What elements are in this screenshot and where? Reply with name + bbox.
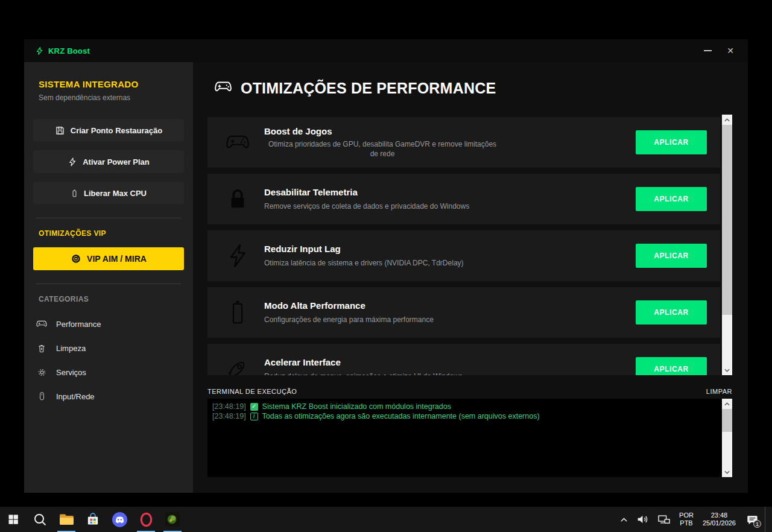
category-label: Limpeza [56, 344, 86, 353]
titlebar: KRZ Boost ✕ [24, 39, 748, 62]
minimize-button[interactable] [698, 42, 717, 60]
tray-chevron-up-icon[interactable] [617, 507, 631, 532]
main-panel: OTIMIZAÇÕES DE PERFORMANCE Boost de Jogo… [193, 62, 748, 493]
scroll-down-icon[interactable] [722, 365, 732, 375]
lock-icon [221, 186, 255, 212]
battery-icon [71, 188, 78, 199]
gamepad-icon [214, 79, 233, 97]
mouse-icon [35, 391, 48, 402]
volume-icon[interactable] [633, 507, 652, 532]
battery-icon [221, 299, 255, 326]
check-icon: ✓ [250, 403, 258, 411]
category-input-rede[interactable]: Input/Rede [24, 384, 193, 408]
sidebar-title: SISTEMA INTEGRADO [39, 79, 179, 89]
categories-list: PerformanceLimpezaServiçosInput/Rede [24, 312, 193, 408]
taskbar-icon-discord[interactable] [106, 507, 133, 532]
info-icon: i [250, 413, 258, 420]
divider [36, 283, 181, 284]
scrollbar-thumb[interactable] [722, 125, 732, 315]
terminal-title: TERMINAL DE EXECUÇÃO [207, 388, 297, 395]
taskbar-icon-file-explorer[interactable] [53, 507, 80, 532]
tray-date: 25/01/2026 [703, 519, 736, 527]
app-logo-bolt-icon [35, 46, 44, 55]
apply-button[interactable]: APLICAR [636, 187, 707, 211]
search-button[interactable] [27, 507, 53, 532]
taskbar: POR PTB 23:48 25/01/2026 1 [0, 507, 772, 532]
taskbar-icon-microsoft-store[interactable] [80, 507, 106, 532]
network-icon[interactable] [654, 507, 674, 532]
apply-button[interactable]: APLICAR [636, 130, 707, 154]
card-title: Reduzir Input Lag [264, 244, 636, 254]
sidebar-action-criar-ponto-restaura-o[interactable]: Criar Ponto Restauração [33, 119, 184, 142]
controller-icon [221, 131, 255, 153]
category-performance[interactable]: Performance [24, 312, 193, 336]
sidebar-subtitle: Sem dependências externas [39, 93, 179, 102]
log-timestamp: [23:48:19] [212, 411, 246, 421]
card-title: Boost de Jogos [264, 126, 636, 136]
scroll-up-icon[interactable] [722, 115, 732, 125]
notification-center-button[interactable]: 1 [742, 507, 762, 532]
apply-button[interactable]: APLICAR [636, 357, 707, 375]
optimization-card-reduzir-input-lag: Reduzir Input LagOtimiza latência de sis… [207, 230, 720, 281]
sidebar-action-label: Liberar Max CPU [84, 189, 147, 198]
sidebar-action-ativar-power-plan[interactable]: Ativar Power Plan [33, 150, 184, 173]
sidebar-actions: Criar Ponto RestauraçãoAtivar Power Plan… [24, 119, 193, 204]
tray-time: 23:48 [703, 511, 736, 519]
categories-section-label: CATEGORIAS [39, 295, 179, 303]
terminal-scrollbar[interactable] [722, 399, 732, 477]
vip-aim-mira-button[interactable]: VIP AIM / MIRA [33, 247, 184, 270]
taskbar-icon-opera-gx[interactable] [133, 507, 159, 532]
log-message: Sistema KRZ Boost inicializado com módul… [262, 402, 451, 411]
page-title: OTIMIZAÇÕES DE PERFORMANCE [214, 79, 496, 97]
scroll-up-icon[interactable] [722, 399, 732, 409]
taskbar-icon-krz-boost[interactable] [159, 507, 186, 532]
start-button[interactable] [0, 507, 27, 532]
category-label: Performance [56, 320, 101, 329]
apply-button[interactable]: APLICAR [636, 244, 707, 268]
app-window: KRZ Boost ✕ SISTEMA INTEGRADO Sem depend… [24, 39, 748, 493]
page-title-text: OTIMIZAÇÕES DE PERFORMANCE [241, 80, 496, 97]
close-button[interactable]: ✕ [721, 42, 739, 60]
rocket-icon [221, 356, 255, 375]
terminal-log: [23:48:19]✓Sistema KRZ Boost inicializad… [207, 399, 722, 477]
system-tray: POR PTB 23:48 25/01/2026 1 [617, 507, 772, 532]
show-desktop-button[interactable] [765, 507, 768, 532]
vip-section-label: OTIMIZAÇÕES VIP [39, 229, 179, 238]
card-description: Configurações de energia para máxima per… [264, 315, 434, 325]
bolt-icon [221, 242, 255, 269]
cards-scrollbar[interactable] [722, 115, 732, 375]
divider [36, 218, 181, 218]
category-label: Serviços [56, 368, 86, 377]
card-description: Otimiza prioridades de GPU, desabilita G… [264, 139, 501, 159]
clock[interactable]: 23:48 25/01/2026 [699, 511, 739, 527]
desktop: KRZ Boost ✕ SISTEMA INTEGRADO Sem depend… [0, 0, 772, 532]
card-description: Otimiza latência de sistema e drivers (N… [264, 258, 464, 268]
card-title: Desabilitar Telemetria [264, 187, 636, 197]
sidebar-action-liberar-max-cpu[interactable]: Liberar Max CPU [33, 182, 184, 204]
apply-button[interactable]: APLICAR [636, 300, 707, 325]
terminal: [23:48:19]✓Sistema KRZ Boost inicializad… [207, 399, 732, 477]
card-title: Modo Alta Performance [264, 300, 636, 311]
optimization-card-desabilitar-telemetria: Desabilitar TelemetriaRemove serviços de… [207, 174, 720, 224]
language-indicator[interactable]: POR PTB [676, 511, 697, 527]
terminal-clear-button[interactable]: LIMPAR [706, 388, 732, 395]
sidebar-action-label: Criar Ponto Restauração [71, 126, 162, 135]
card-title: Acelerar Interface [264, 357, 636, 367]
terminal-header: TERMINAL DE EXECUÇÃO LIMPAR [207, 388, 732, 395]
category-servi-os[interactable]: Serviços [24, 360, 193, 384]
card-description: Reduz delays de menus, animações e otimi… [264, 372, 463, 375]
optimizations-list: Boost de JogosOtimiza prioridades de GPU… [207, 115, 732, 375]
terminal-log-line: [23:48:19]iTodas as otimizações agora sã… [212, 411, 717, 421]
optimization-card-acelerar-interface: Acelerar InterfaceReduz delays de menus,… [207, 344, 720, 375]
category-limpeza[interactable]: Limpeza [24, 336, 193, 360]
gamepad-icon [35, 319, 48, 329]
scroll-down-icon[interactable] [722, 467, 732, 477]
scrollbar-thumb[interactable] [722, 409, 732, 432]
trash-icon [35, 343, 48, 353]
optimization-card-modo-alta-performance: Modo Alta PerformanceConfigurações de en… [207, 287, 720, 338]
terminal-log-line: [23:48:19]✓Sistema KRZ Boost inicializad… [212, 402, 717, 411]
category-label: Input/Rede [56, 392, 95, 401]
minimize-icon [704, 50, 712, 51]
sidebar-action-label: Ativar Power Plan [83, 157, 150, 166]
optimization-card-boost-de-jogos: Boost de JogosOtimiza prioridades de GPU… [207, 117, 720, 168]
